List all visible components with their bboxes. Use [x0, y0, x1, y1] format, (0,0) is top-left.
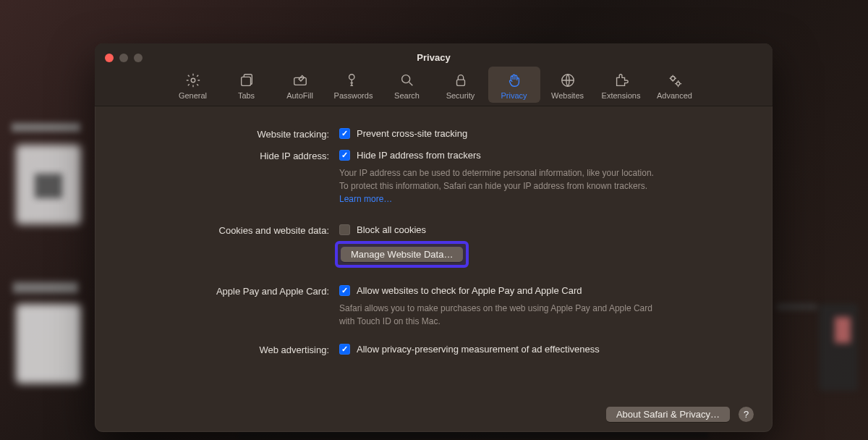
search-icon — [381, 71, 433, 90]
toolbar: General Tabs AutoFill Passwords — [95, 67, 773, 103]
checkbox-label: Allow privacy-preserving measurement of … — [357, 344, 600, 355]
svg-rect-5 — [456, 80, 464, 85]
pencil-icon — [274, 71, 326, 90]
titlebar: Privacy General Tabs AutoFill — [95, 43, 773, 106]
tab-search[interactable]: Search — [381, 67, 433, 103]
tab-privacy[interactable]: Privacy — [488, 67, 540, 103]
row-label: Hide IP address: — [122, 150, 339, 161]
learn-more-link[interactable]: Learn more… — [339, 194, 392, 204]
highlight-annotation: Manage Website Data… — [335, 241, 469, 268]
row-hide-ip: Hide IP address: Hide IP address from tr… — [122, 150, 745, 206]
svg-point-0 — [191, 78, 195, 82]
tab-label: Privacy — [488, 91, 540, 100]
tab-general[interactable]: General — [167, 67, 219, 103]
checkbox-apple-pay[interactable] — [339, 285, 350, 296]
gears-icon — [649, 71, 701, 90]
row-web-advertising: Web advertising: Allow privacy-preservin… — [122, 344, 745, 355]
svg-point-3 — [349, 75, 354, 80]
row-label: Website tracking: — [122, 128, 339, 140]
svg-point-7 — [671, 77, 675, 81]
row-label: Cookies and website data: — [122, 224, 339, 236]
desktop-item — [13, 282, 78, 293]
tab-passwords[interactable]: Passwords — [328, 67, 380, 103]
desktop-item — [12, 123, 80, 132]
tab-extensions[interactable]: Extensions — [595, 67, 647, 103]
tab-advanced[interactable]: Advanced — [649, 67, 701, 103]
about-safari-privacy-button[interactable]: About Safari & Privacy… — [606, 407, 730, 422]
desktop-item — [35, 174, 62, 198]
desktop-item — [16, 304, 81, 384]
globe-icon — [542, 71, 594, 90]
svg-point-8 — [676, 82, 680, 85]
window-title: Privacy — [95, 52, 773, 63]
checkbox-block-cookies[interactable] — [339, 224, 350, 235]
row-label: Web advertising: — [122, 344, 339, 355]
tab-label: Passwords — [328, 91, 380, 100]
row-apple-pay: Apple Pay and Apple Card: Allow websites… — [122, 285, 745, 328]
key-icon — [328, 71, 380, 90]
puzzle-icon — [595, 71, 647, 90]
help-text: Safari allows you to make purchases on t… — [339, 302, 665, 328]
checkbox-ad-measurement[interactable] — [339, 344, 350, 355]
tab-security[interactable]: Security — [435, 67, 487, 103]
tab-autofill[interactable]: AutoFill — [274, 67, 326, 103]
tab-label: General — [167, 91, 219, 100]
preferences-window: Privacy General Tabs AutoFill — [95, 43, 773, 432]
preferences-body: Website tracking: Prevent cross-site tra… — [95, 106, 773, 432]
manage-website-data-button[interactable]: Manage Website Data… — [341, 247, 463, 262]
gear-icon — [167, 71, 219, 90]
checkbox-label: Hide IP address from trackers — [357, 150, 481, 161]
row-label: Apple Pay and Apple Card: — [122, 285, 339, 297]
help-button[interactable]: ? — [739, 407, 754, 422]
svg-rect-1 — [241, 77, 250, 85]
checkbox-prevent-cross-site[interactable] — [339, 128, 350, 139]
tab-tabs[interactable]: Tabs — [221, 67, 273, 103]
svg-point-4 — [401, 75, 409, 83]
checkbox-hide-ip[interactable] — [339, 150, 350, 161]
help-text: Your IP address can be used to determine… — [339, 166, 665, 206]
hand-icon — [488, 71, 540, 90]
tab-label: Extensions — [595, 91, 647, 100]
desktop-item — [835, 317, 851, 343]
tabs-icon — [221, 71, 273, 90]
lock-icon — [435, 71, 487, 90]
footer: About Safari & Privacy… ? — [606, 407, 754, 422]
tab-label: Search — [381, 91, 433, 100]
tab-label: Tabs — [221, 91, 273, 100]
tab-label: Websites — [542, 91, 594, 100]
checkbox-label: Allow websites to check for Apple Pay an… — [357, 285, 582, 296]
desktop-item — [777, 304, 817, 310]
tab-label: Security — [435, 91, 487, 100]
tab-label: Advanced — [649, 91, 701, 100]
tab-websites[interactable]: Websites — [542, 67, 594, 103]
svg-rect-2 — [294, 77, 306, 85]
row-website-tracking: Website tracking: Prevent cross-site tra… — [122, 128, 745, 140]
checkbox-label: Prevent cross-site tracking — [357, 128, 467, 139]
help-text-body: Your IP address can be used to determine… — [339, 168, 654, 191]
tab-label: AutoFill — [274, 91, 326, 100]
row-cookies: Cookies and website data: Block all cook… — [122, 224, 745, 268]
checkbox-label: Block all cookies — [357, 224, 426, 235]
